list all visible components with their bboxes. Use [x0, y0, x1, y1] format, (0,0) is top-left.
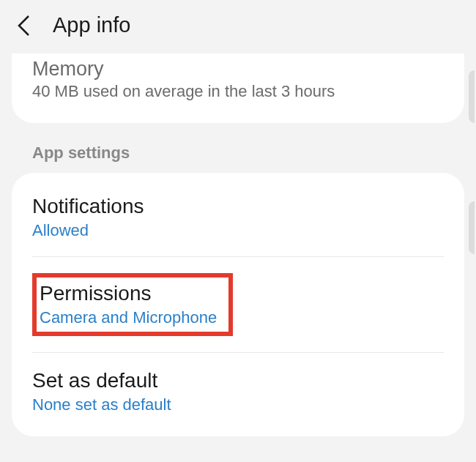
memory-row[interactable]: Memory 40 MB used on average in the last…	[12, 59, 464, 117]
set-default-sub: None set as default	[32, 395, 444, 414]
notifications-row[interactable]: Notifications Allowed	[12, 179, 464, 256]
app-bar: App info	[0, 0, 476, 51]
scroll-indicator	[469, 201, 475, 254]
memory-sub: 40 MB used on average in the last 3 hour…	[32, 82, 444, 101]
set-default-row[interactable]: Set as default None set as default	[12, 353, 464, 431]
page-title: App info	[53, 13, 130, 37]
section-label-app-settings: App settings	[12, 123, 464, 173]
card-app-settings: Notifications Allowed Permissions Camera…	[12, 173, 464, 436]
permissions-title: Permissions	[40, 282, 217, 305]
content-area: Memory 40 MB used on average in the last…	[0, 51, 476, 436]
notifications-sub: Allowed	[32, 221, 444, 240]
set-default-title: Set as default	[32, 369, 444, 392]
chevron-left-icon	[18, 15, 30, 37]
permissions-sub: Camera and Microphone	[40, 308, 217, 327]
back-button[interactable]	[16, 14, 31, 37]
permissions-row[interactable]: Permissions Camera and Microphone	[12, 257, 464, 352]
card-memory: Memory 40 MB used on average in the last…	[12, 53, 464, 123]
highlight-permissions: Permissions Camera and Microphone	[32, 273, 233, 336]
scroll-indicator	[469, 70, 475, 123]
memory-title: Memory	[32, 58, 444, 81]
notifications-title: Notifications	[32, 195, 444, 218]
